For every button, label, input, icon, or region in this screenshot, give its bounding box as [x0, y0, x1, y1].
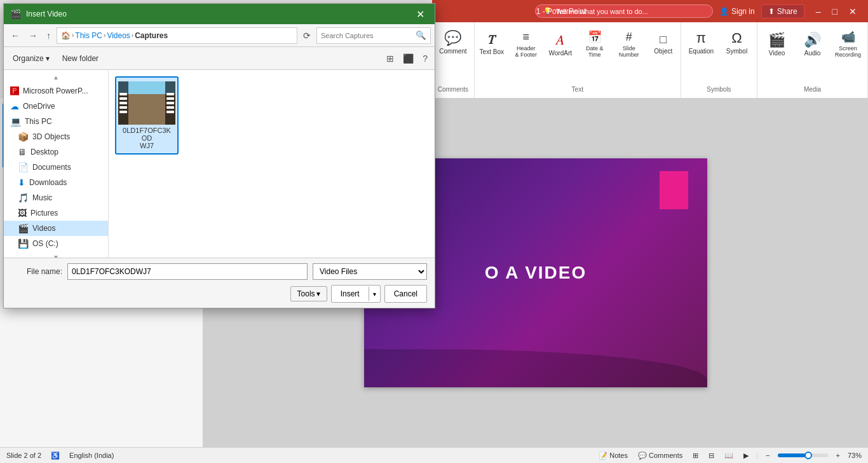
dialog-title-left: 🎬 Insert Video	[10, 9, 67, 19]
preview-icon-button[interactable]: ⬛	[400, 52, 417, 66]
organize-label: Organize	[13, 54, 44, 63]
signin-button[interactable]: 👤 Sign in	[719, 7, 755, 16]
comment-button[interactable]: 💬 Comment	[437, 27, 470, 57]
close-button[interactable]: ✕	[844, 5, 862, 18]
onedrive-icon: ☁	[10, 101, 19, 111]
window-controls: – □ ✕	[811, 5, 862, 18]
view-icon-button[interactable]: ⊞	[383, 52, 397, 66]
zoom-thumb[interactable]	[804, 452, 812, 459]
minimize-button[interactable]: –	[811, 5, 826, 18]
slideshow-button[interactable]: ▶	[741, 450, 751, 461]
file-thumbnail	[118, 81, 175, 125]
nav-item-osdrive[interactable]: 💾 OS (C:)	[4, 236, 108, 251]
up-button[interactable]: ↑	[43, 29, 54, 43]
videos-icon: 🎬	[18, 223, 29, 233]
file-item-video[interactable]: 0LD1F7OFC3KODWJ7	[115, 76, 179, 155]
filetype-select[interactable]: Video Files All Files	[313, 263, 427, 280]
view-toolbar: Organize ▾ New folder ⊞ ⬛ ?	[4, 47, 435, 70]
normal-view-button[interactable]: ⊞	[690, 450, 701, 461]
insert-button[interactable]: Insert ▾	[331, 285, 381, 303]
slide-number-button[interactable]: # SlideNumber	[613, 27, 646, 60]
nav-item-music[interactable]: 🎵 Music	[4, 190, 108, 205]
comments-button[interactable]: 💬 Comments	[635, 450, 685, 461]
nav-scroll-down: ▼	[4, 252, 108, 258]
video-label: Video	[769, 50, 785, 57]
nav-item-videos[interactable]: 🎬 Videos	[4, 221, 108, 236]
filmstrip-left	[118, 81, 128, 125]
forward-button[interactable]: →	[25, 29, 41, 43]
reading-view-button[interactable]: 📖	[722, 450, 736, 461]
symbol-icon: Ω	[731, 30, 742, 46]
maximize-button[interactable]: □	[827, 5, 843, 18]
nav-item-pictures[interactable]: 🖼 Pictures	[4, 205, 108, 221]
tools-button[interactable]: Tools ▾	[290, 286, 327, 301]
breadcrumb-videos[interactable]: Videos	[107, 31, 130, 40]
equation-icon: π	[696, 30, 706, 46]
ppt-icon: 🅿	[10, 86, 19, 96]
search-input[interactable]	[321, 32, 413, 39]
nav-label-3dobjects: 3D Objects	[32, 132, 70, 141]
nav-item-desktop[interactable]: 🖥 Desktop	[4, 144, 108, 160]
nav-item-ppt[interactable]: 🅿 Microsoft PowerP...	[4, 83, 108, 99]
file-grid: 0LD1F7OFC3KODWJ7	[115, 76, 428, 155]
dialog-close-button[interactable]: ✕	[412, 7, 428, 22]
refresh-button[interactable]: ⟳	[300, 29, 314, 43]
text-group-label: Text	[572, 86, 583, 95]
symbols-group-label: Symbols	[707, 86, 731, 95]
search-button[interactable]: 🔍	[416, 31, 426, 40]
ribbon-group-comments: 💬 Comment Comments	[432, 22, 475, 98]
object-button[interactable]: □ Object	[647, 27, 680, 60]
organize-button[interactable]: Organize ▾	[8, 52, 55, 65]
textbox-button[interactable]: 𝑇 Text Box	[475, 27, 508, 60]
audio-icon: 🔊	[804, 32, 821, 48]
slide-sorter-button[interactable]: ⊟	[706, 450, 717, 461]
cancel-button[interactable]: Cancel	[384, 285, 427, 303]
nav-item-3dobjects[interactable]: 📦 3D Objects	[4, 129, 108, 144]
wordart-label: WordArt	[549, 50, 573, 57]
back-button[interactable]: ←	[8, 29, 23, 43]
filename-row: File name: Video Files All Files	[11, 263, 427, 280]
breadcrumb-this-pc[interactable]: This PC	[75, 31, 102, 40]
video-button[interactable]: 🎬 Video	[761, 27, 794, 60]
zoom-track	[778, 453, 806, 457]
file-name: 0LD1F7OFC3KODWJ7	[120, 127, 173, 149]
notes-button[interactable]: 📝 Notes	[596, 450, 630, 461]
symbol-button[interactable]: Ω Symbol	[720, 27, 753, 57]
symbol-label: Symbol	[726, 48, 747, 55]
screen-recording-button[interactable]: 📹 ScreenRecording	[832, 27, 865, 60]
insert-video-dialog: 🎬 Insert Video ✕ ← → ↑ 🏠 › This PC › Vid…	[3, 3, 435, 308]
date-time-button[interactable]: 📅 Date &Time	[578, 27, 611, 60]
zoom-level: 73%	[848, 452, 862, 459]
audio-button[interactable]: 🔊 Audio	[796, 27, 829, 60]
wordart-button[interactable]: 𝐴 WordArt	[544, 27, 577, 60]
dialog-title-icon: 🎬	[10, 9, 21, 19]
divider: |	[756, 452, 758, 459]
header-footer-button[interactable]: ≡ Header& Footer	[510, 27, 543, 60]
nav-item-onedrive[interactable]: ☁ OneDrive	[4, 99, 108, 114]
breadcrumb-captures: Captures	[135, 31, 168, 40]
accessibility-icon: ♿	[51, 452, 60, 460]
dialog-left-nav: ▲ 🅿 Microsoft PowerP... ☁ OneDrive 💻 Thi…	[4, 70, 109, 258]
zoom-slider[interactable]	[778, 453, 829, 457]
zoom-in-button[interactable]: +	[834, 450, 843, 460]
notes-icon: 📝	[599, 452, 607, 459]
new-folder-button[interactable]: New folder	[57, 52, 104, 65]
nav-item-downloads[interactable]: ⬇ Downloads	[4, 175, 108, 190]
dialog-bottom: File name: Video Files All Files Tools ▾…	[4, 258, 435, 308]
help-button[interactable]: ?	[419, 52, 431, 66]
nav-scroll-up: ▲	[4, 73, 108, 82]
downloads-icon: ⬇	[18, 177, 25, 188]
equation-button[interactable]: π Equation	[684, 27, 717, 57]
ribbon-group-text: 𝑇 Text Box ≡ Header& Footer 𝐴 WordArt 📅 …	[475, 22, 681, 98]
insert-label: Insert	[332, 287, 369, 301]
zoom-out-button[interactable]: −	[763, 450, 772, 460]
share-button[interactable]: ⬆ Share	[761, 4, 804, 18]
filmstrip-line	[166, 97, 174, 100]
search-box[interactable]: 🔍	[316, 27, 431, 44]
comments-icon: 💬	[638, 452, 647, 459]
filename-input[interactable]	[67, 263, 308, 280]
nav-item-documents[interactable]: 📄 Documents	[4, 160, 108, 175]
organize-arrow: ▾	[46, 54, 50, 63]
nav-item-thispc[interactable]: 💻 This PC	[4, 114, 108, 129]
header-footer-icon: ≡	[523, 31, 530, 44]
